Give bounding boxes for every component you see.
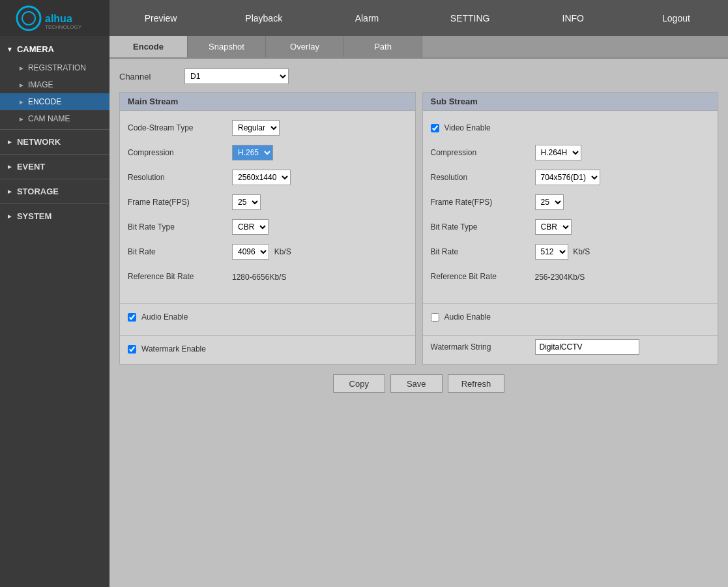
sidebar-item-cam-name[interactable]: ► CAM NAME: [0, 110, 109, 127]
channel-select[interactable]: D1: [184, 68, 289, 84]
tab-snapshot[interactable]: Snapshot: [188, 36, 266, 57]
sub-compression-select[interactable]: H.264H: [535, 145, 581, 160]
main-stream-divider2: [120, 335, 415, 336]
sidebar-section-storage[interactable]: ► STORAGE: [0, 181, 109, 202]
sub-bit-rate-value: 512 Kb/S: [535, 244, 710, 260]
sub-bit-rate-type-select[interactable]: CBR: [535, 219, 572, 235]
main-bit-rate-row: Bit Rate 4096 Kb/S: [128, 243, 407, 261]
svg-text:alhua: alhua: [45, 13, 72, 24]
sub-compression-label: Compression: [431, 148, 535, 157]
sidebar-divider-4: [0, 203, 109, 204]
sub-resolution-value: 704x576(D1): [535, 170, 710, 185]
main-stream-box: Main Stream Code-Stream Type Regular Com: [119, 92, 416, 365]
sidebar-section-network[interactable]: ► NETWORK: [0, 132, 109, 152]
main-bit-rate-type-row: Bit Rate Type CBR: [128, 218, 407, 236]
sub-bit-rate-unit: Kb/S: [573, 247, 590, 256]
main-compression-value: H.265: [232, 145, 407, 160]
system-arrow-icon: ►: [7, 213, 13, 220]
nav-info[interactable]: INFO: [522, 0, 625, 36]
tab-encode[interactable]: Encode: [109, 36, 188, 57]
save-button[interactable]: Save: [390, 374, 443, 393]
sub-video-enable-row: Video Enable: [431, 119, 710, 137]
nav-logout[interactable]: Logout: [625, 0, 728, 36]
sub-resolution-select[interactable]: 704x576(D1): [535, 170, 600, 185]
sub-watermark-row: Watermark String: [423, 339, 718, 361]
sub-resolution-label: Resolution: [431, 173, 535, 182]
main-fps-select[interactable]: 25: [232, 194, 261, 210]
sub-bit-rate-select[interactable]: 512: [535, 244, 568, 260]
sidebar-item-encode[interactable]: ► ENCODE: [0, 93, 109, 110]
main-audio-enable-checkbox[interactable]: [128, 313, 136, 322]
sub-fps-value: 25: [535, 194, 710, 210]
sub-stream-box: Sub Stream Video Enable Compression H.26…: [422, 92, 719, 365]
sub-watermark-input[interactable]: [535, 339, 639, 355]
channel-label: Channel: [119, 72, 184, 82]
sidebar-section-system[interactable]: ► SYSTEM: [0, 206, 109, 226]
registration-arrow-icon: ►: [18, 65, 25, 72]
sub-bit-rate-row: Bit Rate 512 Kb/S: [431, 243, 710, 261]
refresh-button[interactable]: Refresh: [448, 374, 505, 393]
sidebar-section-camera[interactable]: ▼ CAMERA: [0, 39, 109, 59]
nav-playback[interactable]: Playback: [212, 0, 315, 36]
content-area: Encode Snapshot Overlay Path Channel D1 …: [109, 36, 728, 587]
network-arrow-icon: ►: [7, 138, 13, 145]
main-fps-row: Frame Rate(FPS) 25: [128, 193, 407, 211]
tab-path[interactable]: Path: [344, 36, 422, 57]
main-code-stream-select[interactable]: Regular: [232, 120, 280, 136]
sidebar-divider-1: [0, 129, 109, 130]
sub-fps-label: Frame Rate(FPS): [431, 198, 535, 207]
main-nav: Preview Playback Alarm SETTING INFO Logo…: [109, 0, 728, 36]
main-resolution-value: 2560x1440: [232, 170, 407, 185]
nav-preview[interactable]: Preview: [109, 0, 212, 36]
main-resolution-select[interactable]: 2560x1440: [232, 170, 291, 185]
main-code-stream-row: Code-Stream Type Regular: [128, 119, 407, 137]
sidebar: ▼ CAMERA ► REGISTRATION ► IMAGE ► ENCODE…: [0, 36, 109, 587]
main-compression-select[interactable]: H.265: [232, 145, 273, 160]
sub-audio-enable-row: Audio Enable: [431, 312, 710, 322]
main-bit-rate-value: 4096 Kb/S: [232, 244, 407, 260]
main-checkbox-section: Audio Enable: [120, 307, 415, 332]
sub-stream-title: Sub Stream: [431, 97, 478, 106]
sub-ref-bit-rate-value: 256-2304Kb/S: [535, 272, 710, 282]
main-stream-body: Code-Stream Type Regular Compression: [120, 111, 415, 300]
sidebar-item-registration[interactable]: ► REGISTRATION: [0, 59, 109, 76]
main-bit-rate-type-select[interactable]: CBR: [232, 219, 269, 235]
sub-fps-row: Frame Rate(FPS) 25: [431, 193, 710, 211]
copy-button[interactable]: Copy: [333, 374, 385, 393]
sidebar-section-event[interactable]: ► EVENT: [0, 157, 109, 177]
sub-resolution-row: Resolution 704x576(D1): [431, 168, 710, 187]
event-arrow-icon: ►: [7, 163, 13, 170]
svg-point-1: [22, 12, 35, 25]
nav-alarm[interactable]: Alarm: [315, 0, 418, 36]
main-watermark-row: Watermark Enable: [128, 344, 407, 354]
cam-name-arrow-icon: ►: [18, 115, 25, 123]
tab-overlay[interactable]: Overlay: [266, 36, 344, 57]
sub-ref-bit-rate-row: Reference Bit Rate 256-2304Kb/S: [431, 267, 710, 286]
main-bit-rate-label: Bit Rate: [128, 247, 232, 256]
sub-stream-divider: [423, 303, 718, 304]
nav-setting[interactable]: SETTING: [419, 0, 522, 36]
main-stream-header: Main Stream: [120, 93, 415, 111]
sidebar-divider-3: [0, 179, 109, 179]
sub-bit-rate-label: Bit Rate: [431, 247, 535, 256]
sidebar-item-image[interactable]: ► IMAGE: [0, 76, 109, 93]
main-watermark-enable-checkbox[interactable]: [128, 345, 136, 354]
encode-arrow-icon: ►: [18, 98, 25, 106]
svg-point-0: [17, 7, 40, 30]
channel-row: Channel D1: [119, 68, 718, 84]
button-row: Copy Save Refresh: [119, 365, 718, 402]
main-watermark-section: Watermark Enable: [120, 339, 415, 364]
sub-checkbox-section: Audio Enable: [423, 307, 718, 332]
sub-audio-enable-checkbox[interactable]: [431, 313, 439, 322]
main-layout: ▼ CAMERA ► REGISTRATION ► IMAGE ► ENCODE…: [0, 36, 728, 587]
main-bit-rate-select[interactable]: 4096: [232, 244, 269, 260]
encode-panel: Channel D1 Main Stream Code-Stream Type: [109, 59, 728, 412]
main-stream-divider: [120, 303, 415, 304]
main-code-stream-value: Regular: [232, 120, 407, 136]
sub-stream-body: Video Enable Compression H.264H Resolu: [423, 111, 718, 300]
main-compression-label: Compression: [128, 148, 232, 157]
sub-fps-select[interactable]: 25: [535, 194, 564, 210]
sub-video-enable-checkbox[interactable]: [431, 124, 439, 132]
main-code-stream-label: Code-Stream Type: [128, 123, 232, 132]
logo: alhua TECHNOLOGY: [0, 0, 109, 36]
